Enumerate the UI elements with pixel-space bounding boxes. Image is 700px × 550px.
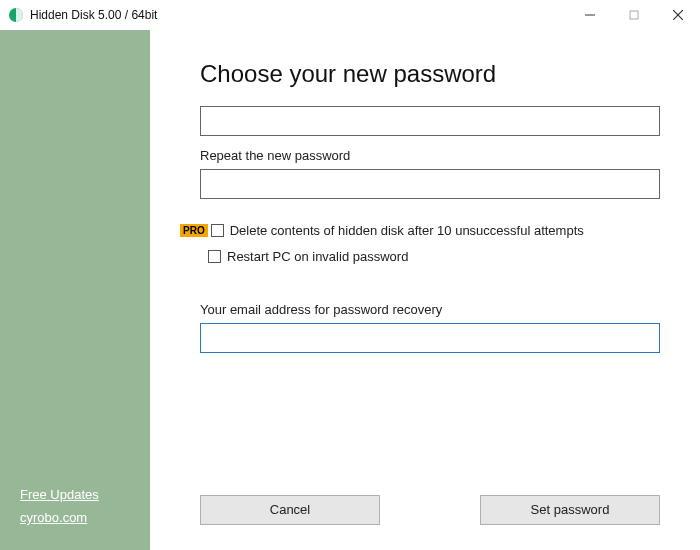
svg-rect-2 xyxy=(630,11,638,19)
restart-pc-label: Restart PC on invalid password xyxy=(227,249,408,264)
app-icon xyxy=(8,7,24,23)
delete-contents-checkbox[interactable] xyxy=(211,224,224,237)
page-heading: Choose your new password xyxy=(200,60,660,88)
recovery-email-label: Your email address for password recovery xyxy=(200,302,660,317)
window-controls xyxy=(568,0,700,30)
delete-contents-label: Delete contents of hidden disk after 10 … xyxy=(230,223,584,238)
new-password-input[interactable] xyxy=(200,106,660,136)
free-updates-link[interactable]: Free Updates xyxy=(20,487,99,502)
titlebar: Hidden Disk 5.00 / 64bit xyxy=(0,0,700,30)
repeat-password-label: Repeat the new password xyxy=(200,148,660,163)
vendor-link[interactable]: cyrobo.com xyxy=(20,510,99,525)
sidebar: Free Updates cyrobo.com xyxy=(0,30,150,550)
repeat-password-input[interactable] xyxy=(200,169,660,199)
cancel-button[interactable]: Cancel xyxy=(200,495,380,525)
window-title: Hidden Disk 5.00 / 64bit xyxy=(30,8,157,22)
minimize-button[interactable] xyxy=(568,0,612,30)
close-button[interactable] xyxy=(656,0,700,30)
main-content: Choose your new password Repeat the new … xyxy=(150,30,700,550)
restart-pc-checkbox[interactable] xyxy=(208,250,221,263)
recovery-email-input[interactable] xyxy=(200,323,660,353)
pro-badge: PRO xyxy=(180,224,208,237)
maximize-button xyxy=(612,0,656,30)
set-password-button[interactable]: Set password xyxy=(480,495,660,525)
